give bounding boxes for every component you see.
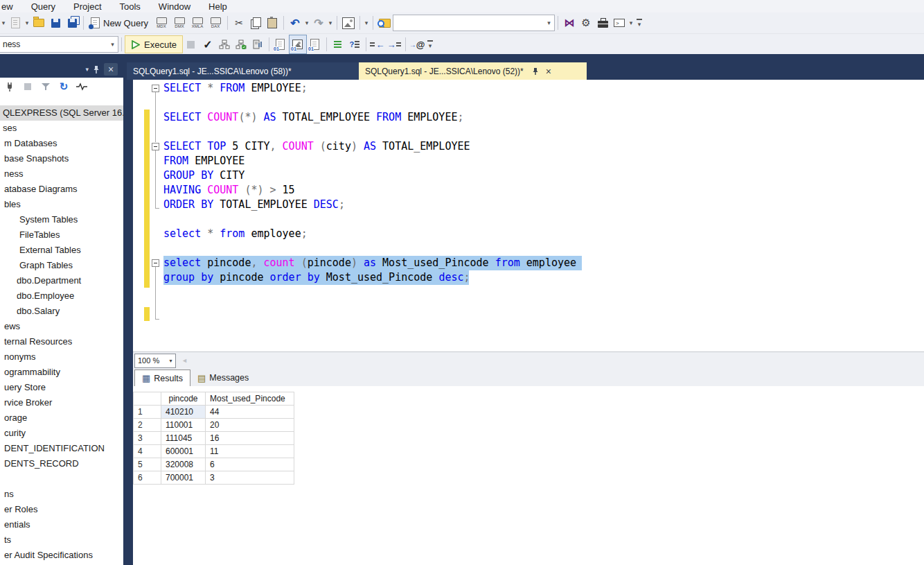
grid-row-number[interactable]: 3 <box>134 432 161 445</box>
grid-cell[interactable]: 700001 <box>161 471 206 485</box>
results-to-file-icon[interactable]: 01 <box>307 35 323 53</box>
search-combobox[interactable]: ▾ <box>393 15 555 31</box>
console-icon[interactable]: > <box>611 14 628 32</box>
grid-cell[interactable]: 20 <box>206 419 294 432</box>
grid-row-number[interactable]: 1 <box>134 406 161 419</box>
document-tab-active[interactable]: SQLQuery1.sql - JE...SSICA\Lenovo (52))*… <box>359 62 587 80</box>
template-parameters-icon[interactable]: →@ <box>409 35 425 53</box>
activity-chart-icon[interactable] <box>340 14 357 32</box>
grid-corner-cell[interactable] <box>134 392 161 406</box>
object-explorer-item[interactable]: ses <box>0 121 123 136</box>
database-combobox-caret-icon[interactable]: ▾ <box>107 41 118 48</box>
object-explorer-item[interactable]: ns <box>0 487 123 502</box>
object-explorer-item[interactable]: dbo.Department <box>0 273 123 288</box>
grid-cell[interactable]: 16 <box>206 432 294 445</box>
code-line[interactable]: SELECT * FROM EMPLOYEE; <box>163 81 308 96</box>
redo-dropdown-icon[interactable]: ▾ <box>327 14 334 32</box>
zoom-level-combobox[interactable]: 100 % ▾ <box>134 354 176 368</box>
save-icon[interactable] <box>47 14 64 32</box>
pin-icon[interactable] <box>93 65 100 74</box>
object-explorer-item[interactable]: rvice Broker <box>0 395 123 410</box>
new-dax-query-icon[interactable]: DAX <box>206 14 224 32</box>
increase-indent-icon[interactable]: → <box>386 35 402 53</box>
object-explorer-item[interactable]: dbo.Salary <box>0 304 123 319</box>
object-explorer-item[interactable]: nonyms <box>0 349 123 365</box>
fold-collapse-icon[interactable] <box>152 143 159 150</box>
pin-icon[interactable] <box>532 67 539 76</box>
visual-studio-icon[interactable]: ⋈ <box>561 14 578 32</box>
toolbox-icon[interactable] <box>594 14 611 32</box>
new-dmx-query-icon[interactable]: DMX <box>170 14 188 32</box>
object-explorer-item[interactable]: er Audit Specifications <box>0 548 123 563</box>
undo-dropdown-icon[interactable]: ▾ <box>303 14 310 32</box>
grid-cell[interactable]: 110001 <box>161 419 206 432</box>
code-line[interactable]: ORDER BY TOTAL_EMPLOYEE DESC; <box>163 198 345 212</box>
object-explorer-item[interactable]: DENT_IDENTIFICATION <box>0 441 123 456</box>
object-explorer-item[interactable]: atabase Diagrams <box>0 182 123 197</box>
code-line[interactable]: GROUP BY CITY <box>163 168 245 183</box>
extra-dropdown-icon[interactable]: ▾ <box>363 14 370 32</box>
code-line[interactable]: HAVING COUNT (*) > 15 <box>163 183 295 198</box>
object-explorer-item[interactable]: QLEXPRESS (SQL Server 16.0 <box>0 105 123 121</box>
grid-row-number[interactable]: 4 <box>134 445 161 458</box>
grid-cell[interactable]: 320008 <box>161 458 206 471</box>
console-dropdown-icon[interactable]: ▾ <box>628 14 634 32</box>
decrease-indent-icon[interactable]: ← <box>369 35 386 53</box>
panel-close-icon[interactable]: × <box>104 63 118 76</box>
find-in-files-icon[interactable] <box>376 14 393 32</box>
object-explorer-item[interactable]: ness <box>0 166 123 182</box>
fold-collapse-icon[interactable] <box>152 85 159 92</box>
scrollbar-left-arrow-icon[interactable]: ◄ <box>181 357 188 364</box>
object-explorer-item[interactable]: orage <box>0 410 123 426</box>
toolbar-overflow-icon[interactable]: ▾ <box>425 40 435 49</box>
code-line[interactable]: SELECT TOP 5 CITY, COUNT (city) AS TOTAL… <box>163 139 470 154</box>
object-explorer-item[interactable]: uery Store <box>0 380 123 395</box>
object-explorer-item[interactable]: ews <box>0 319 123 334</box>
object-explorer-item[interactable]: er Roles <box>0 502 123 517</box>
uncomment-lines-icon[interactable]: ? <box>346 35 363 53</box>
grid-row-number[interactable]: 2 <box>134 419 161 432</box>
search-combobox-caret-icon[interactable]: ▾ <box>544 19 554 26</box>
redo-icon[interactable]: ↷ <box>310 14 327 32</box>
object-explorer-item[interactable]: bles <box>0 197 123 212</box>
new-xmla-query-icon[interactable]: XMLA <box>188 14 206 32</box>
code-line[interactable]: select * from employee; <box>163 227 308 241</box>
new-file-dropdown-icon[interactable]: ▾ <box>24 14 30 32</box>
object-explorer-item[interactable]: dbo.Employee <box>0 288 123 304</box>
grid-cell[interactable]: 111045 <box>161 432 206 445</box>
object-explorer-item[interactable]: curity <box>0 426 123 441</box>
actual-plan-icon[interactable] <box>233 35 249 53</box>
open-file-icon[interactable] <box>30 14 47 32</box>
tab-results[interactable]: ▦ Results <box>134 370 190 386</box>
grid-cell[interactable]: 6 <box>206 458 294 471</box>
filter-icon[interactable] <box>39 80 53 94</box>
comment-lines-icon[interactable] <box>330 35 346 53</box>
wrench-icon[interactable]: ⚙ <box>578 14 594 32</box>
object-explorer-item[interactable]: ternal Resources <box>0 334 123 349</box>
copy-icon[interactable] <box>247 14 264 32</box>
grid-cell[interactable]: 11 <box>206 445 294 458</box>
cut-icon[interactable]: ✂ <box>231 14 247 32</box>
object-explorer-item[interactable]: FileTables <box>0 227 123 243</box>
grid-row-number[interactable]: 6 <box>134 471 161 485</box>
menu-project[interactable]: Project <box>64 1 110 12</box>
menu-view[interactable]: ew <box>0 1 22 12</box>
refresh-icon[interactable]: ↻ <box>57 80 71 94</box>
object-explorer-item[interactable]: ogrammability <box>0 365 123 380</box>
toolbar-overflow-icon[interactable]: ▾ <box>634 19 644 28</box>
new-query-button[interactable]: New Query <box>87 15 152 31</box>
menu-help[interactable]: Help <box>199 1 236 12</box>
fold-collapse-icon[interactable] <box>152 259 159 267</box>
tab-messages[interactable]: ▤ Messages <box>190 370 256 386</box>
live-query-stats-icon[interactable] <box>249 35 266 53</box>
sql-editor[interactable]: SELECT * FROM EMPLOYEE;SELECT COUNT(*) A… <box>133 80 924 351</box>
panel-menu-caret-icon[interactable]: ▾ <box>85 66 89 73</box>
object-explorer-item[interactable]: External Tables <box>0 243 123 258</box>
paste-icon[interactable] <box>264 14 281 32</box>
parse-check-icon[interactable]: ✓ <box>199 35 216 53</box>
save-all-icon[interactable] <box>64 14 80 32</box>
execute-button[interactable]: Execute <box>125 35 183 53</box>
code-line[interactable]: SELECT COUNT(*) AS TOTAL_EMPLOYEE FROM E… <box>163 110 464 125</box>
new-file-icon[interactable] <box>7 14 24 32</box>
code-line[interactable]: group by pincode order by Most_used_Pinc… <box>163 270 469 285</box>
